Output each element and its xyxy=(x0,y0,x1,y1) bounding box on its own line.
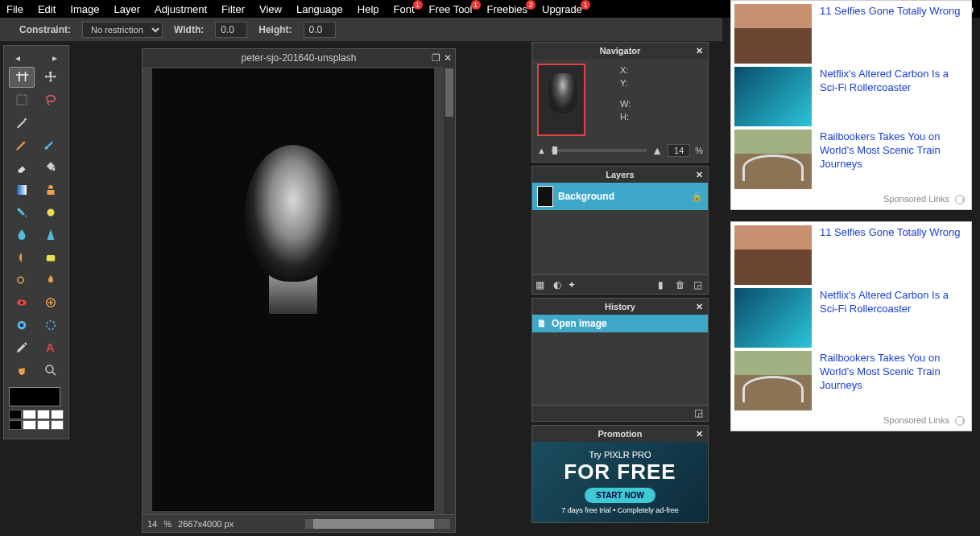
navigator-thumbnail[interactable] xyxy=(537,64,585,136)
collapse-left-icon[interactable]: ◂ xyxy=(15,52,20,64)
menu-freebies[interactable]: Freebies2 xyxy=(487,3,528,15)
bloat-tool[interactable] xyxy=(9,315,35,336)
swatch[interactable] xyxy=(37,420,50,430)
ad-item[interactable]: Netflix's Altered Carbon Is a Sci-Fi Rol… xyxy=(734,288,968,348)
menu-font[interactable]: Font1 xyxy=(394,3,415,15)
sponge-tool[interactable] xyxy=(38,247,64,268)
start-now-button[interactable]: START NOW xyxy=(585,488,655,503)
promo-banner[interactable]: Try PIXLR PRO FOR FREE START NOW 7 days … xyxy=(532,442,708,522)
eyedropper-tool[interactable] xyxy=(9,337,35,358)
ad-link[interactable]: 11 Selfies Gone Totally Wrong xyxy=(820,225,960,285)
document-titlebar[interactable]: peter-sjo-201640-unsplash ❐ ✕ xyxy=(143,49,455,67)
hand-tool[interactable] xyxy=(9,360,35,381)
menu-view[interactable]: View xyxy=(259,3,282,15)
menu-edit[interactable]: Edit xyxy=(38,3,56,15)
zoom-value[interactable]: 14 xyxy=(668,144,690,157)
burn-tool[interactable] xyxy=(38,270,64,291)
menu-filter[interactable]: Filter xyxy=(221,3,245,15)
ad-link[interactable]: 11 Selfies Gone Totally Wrong xyxy=(820,4,960,64)
zoom-value[interactable]: 14 xyxy=(147,519,157,529)
zoom-in-icon[interactable]: ▲ xyxy=(651,144,663,157)
close-icon[interactable]: ✕ xyxy=(444,52,452,64)
sponsored-label[interactable]: Sponsored Links i xyxy=(734,192,968,206)
layer-settings-icon[interactable]: ▦ xyxy=(535,279,547,291)
info-icon[interactable]: i xyxy=(955,195,965,204)
smudge-tool[interactable] xyxy=(9,247,35,268)
svg-rect-0 xyxy=(17,95,27,105)
maximize-icon[interactable]: ❐ xyxy=(432,52,440,64)
ad-item[interactable]: 11 Selfies Gone Totally Wrong xyxy=(734,4,968,64)
sharpen-tool[interactable] xyxy=(38,225,64,245)
drawing-tool[interactable] xyxy=(38,202,64,223)
brush-tool[interactable] xyxy=(38,134,64,155)
zoom-slider[interactable] xyxy=(551,149,647,152)
menu-file[interactable]: File xyxy=(6,3,23,15)
redeye-tool[interactable] xyxy=(9,292,35,313)
new-layer-icon[interactable]: ▮ xyxy=(658,279,669,291)
lock-icon[interactable]: 🔒 xyxy=(691,191,703,202)
lasso-tool[interactable] xyxy=(38,89,64,110)
swatch[interactable] xyxy=(23,410,35,419)
collapse-right-icon[interactable]: ▸ xyxy=(52,52,57,64)
styles-icon[interactable]: ✦ xyxy=(568,279,579,291)
close-icon[interactable]: ✕ xyxy=(696,46,703,56)
swatch[interactable] xyxy=(23,420,35,430)
menu-freetool[interactable]: Free Tool1 xyxy=(429,3,473,15)
ad-link[interactable]: Railbookers Takes You on World's Most Sc… xyxy=(820,130,968,189)
resize-icon[interactable]: ◲ xyxy=(694,407,703,418)
delete-layer-icon[interactable]: 🗑 xyxy=(676,279,687,291)
width-input[interactable]: 0.0 xyxy=(215,22,247,38)
ad-item[interactable]: Railbookers Takes You on World's Most Sc… xyxy=(734,130,968,189)
type-tool[interactable]: A xyxy=(38,337,64,358)
menu-image[interactable]: Image xyxy=(70,3,99,15)
swatch[interactable] xyxy=(51,420,64,430)
zoom-tool[interactable] xyxy=(38,360,64,381)
menu-upgrade[interactable]: Upgrade1 xyxy=(542,3,582,15)
spotheal-tool[interactable] xyxy=(38,292,64,313)
crop-tool[interactable] xyxy=(9,67,35,88)
clone-tool[interactable] xyxy=(38,179,64,200)
ad-item[interactable]: 11 Selfies Gone Totally Wrong xyxy=(734,225,968,285)
dodge-tool[interactable] xyxy=(9,270,35,291)
gradient-tool[interactable] xyxy=(9,179,35,200)
swatch[interactable] xyxy=(37,410,50,419)
blur-tool[interactable] xyxy=(9,225,35,245)
swatch[interactable] xyxy=(9,420,22,430)
ad-link[interactable]: Netflix's Altered Carbon Is a Sci-Fi Rol… xyxy=(820,67,968,126)
layer-item[interactable]: Background 🔒 xyxy=(532,183,708,210)
info-icon[interactable]: i xyxy=(955,416,965,426)
menu-layer[interactable]: Layer xyxy=(114,3,141,15)
colorreplace-tool[interactable] xyxy=(9,202,35,223)
horizontal-scrollbar[interactable] xyxy=(305,519,450,529)
vertical-scrollbar[interactable] xyxy=(444,67,455,514)
zoom-unit: % xyxy=(163,519,172,529)
pencil-tool[interactable] xyxy=(9,134,35,155)
zoom-out-icon[interactable]: ▲ xyxy=(537,146,546,155)
move-tool[interactable] xyxy=(38,67,64,88)
marquee-tool[interactable] xyxy=(9,89,35,110)
more-icon[interactable]: ◲ xyxy=(693,279,705,291)
swatch[interactable] xyxy=(9,410,22,419)
swatch[interactable] xyxy=(51,410,64,419)
ad-item[interactable]: Netflix's Altered Carbon Is a Sci-Fi Rol… xyxy=(734,67,968,126)
constraint-select[interactable]: No restriction xyxy=(82,22,163,38)
height-input[interactable]: 0.0 xyxy=(304,22,336,38)
bucket-tool[interactable] xyxy=(38,157,64,178)
ad-link[interactable]: Netflix's Altered Carbon Is a Sci-Fi Rol… xyxy=(820,288,968,348)
menu-adjustment[interactable]: Adjustment xyxy=(155,3,207,15)
menu-language[interactable]: Language xyxy=(296,3,343,15)
pinch-tool[interactable] xyxy=(38,315,64,336)
ad-item[interactable]: Railbookers Takes You on World's Most Sc… xyxy=(734,351,968,410)
close-icon[interactable]: ✕ xyxy=(696,302,703,312)
close-icon[interactable]: ✕ xyxy=(696,429,703,439)
wand-tool[interactable] xyxy=(9,112,35,133)
menu-help[interactable]: Help xyxy=(358,3,379,15)
foreground-swatch[interactable] xyxy=(9,387,60,406)
close-icon[interactable]: ✕ xyxy=(696,170,703,180)
canvas-area[interactable] xyxy=(143,67,455,514)
eraser-tool[interactable] xyxy=(9,157,35,178)
sponsored-label[interactable]: Sponsored Links i xyxy=(734,414,968,427)
history-item[interactable]: 🗎 Open image xyxy=(532,315,708,332)
ad-link[interactable]: Railbookers Takes You on World's Most Sc… xyxy=(820,351,968,410)
mask-icon[interactable]: ◐ xyxy=(553,279,564,291)
